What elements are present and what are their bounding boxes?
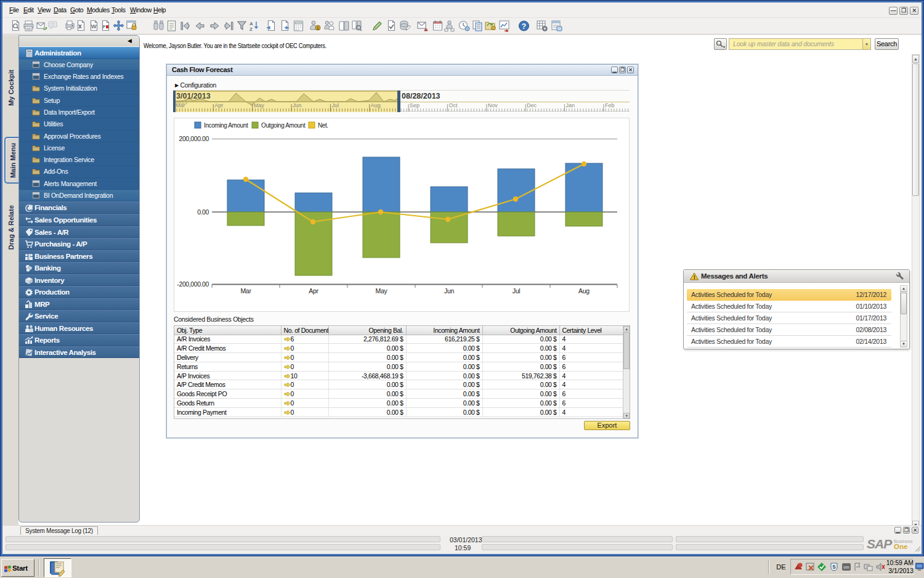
svg-text:!: ! bbox=[694, 274, 695, 280]
svg-text:Aug: Aug bbox=[371, 102, 381, 108]
svg-text:Apr: Apr bbox=[214, 102, 223, 108]
svg-text:08/28/2013: 08/28/2013 bbox=[402, 92, 440, 100]
svg-text:-200,000.00: -200,000.00 bbox=[177, 280, 209, 288]
svg-text:Oct: Oct bbox=[448, 102, 458, 108]
svg-text:Jul: Jul bbox=[513, 287, 521, 295]
svg-text:Jan: Jan bbox=[566, 102, 575, 108]
svg-text:Sep: Sep bbox=[410, 102, 419, 108]
svg-text:200,000.00: 200,000.00 bbox=[179, 135, 209, 142]
svg-text:May: May bbox=[254, 102, 265, 108]
svg-text:P: P bbox=[103, 25, 106, 29]
svg-text:Mar: Mar bbox=[240, 287, 251, 295]
svg-text:SAP: SAP bbox=[867, 537, 893, 551]
svg-text:May: May bbox=[376, 287, 388, 295]
svg-text:Incoming Amount: Incoming Amount bbox=[204, 122, 248, 129]
svg-text:Dec: Dec bbox=[527, 102, 537, 108]
svg-text:Net.: Net. bbox=[318, 122, 328, 129]
svg-text:5: 5 bbox=[832, 564, 835, 570]
svg-text:vm: vm bbox=[843, 565, 849, 569]
svg-text:One: One bbox=[894, 543, 907, 550]
svg-text:Nov: Nov bbox=[488, 102, 498, 108]
svg-text:0.00: 0.00 bbox=[197, 208, 209, 216]
svg-text:Jul: Jul bbox=[331, 102, 339, 108]
svg-text:Apr: Apr bbox=[309, 287, 318, 295]
svg-text:A: A bbox=[249, 21, 253, 26]
svg-text:Z: Z bbox=[249, 26, 253, 32]
svg-text:W: W bbox=[91, 23, 97, 30]
svg-text:Feb: Feb bbox=[605, 102, 615, 108]
svg-text:Jun: Jun bbox=[444, 287, 454, 295]
svg-text:Jun: Jun bbox=[293, 102, 302, 108]
svg-text:?: ? bbox=[522, 22, 526, 31]
svg-text:2013: 2013 bbox=[176, 99, 187, 105]
svg-text:Aug: Aug bbox=[578, 287, 590, 295]
svg-text:Outgoing Amount: Outgoing Amount bbox=[261, 122, 306, 129]
svg-text:$: $ bbox=[317, 26, 319, 30]
